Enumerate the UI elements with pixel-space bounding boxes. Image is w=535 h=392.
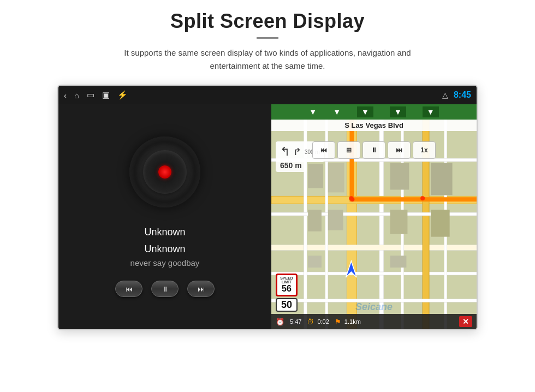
nav-distance-badge: 650 m xyxy=(276,159,306,172)
music-next-button[interactable]: ⏭ xyxy=(187,281,215,297)
map-svg xyxy=(271,104,477,329)
music-song: never say goodbay xyxy=(130,258,200,268)
status-bar-right: △ 8:45 xyxy=(442,90,471,100)
status-bar: ‹ ⌂ ▭ ▣ ⚡ △ 8:45 xyxy=(58,86,477,104)
nav-next-icon: ⏭ xyxy=(396,146,402,154)
nav-prev-icon: ⏮ xyxy=(320,146,327,154)
nav-speed-label: 1x xyxy=(420,146,427,154)
svg-point-26 xyxy=(350,197,354,201)
status-time: 8:45 xyxy=(454,90,471,100)
nav-clock-icon: ⏰ xyxy=(276,318,284,326)
svg-rect-16 xyxy=(328,163,344,192)
music-artist: Unknown xyxy=(130,241,200,258)
speed-limit-label: SPEEDLIMIT xyxy=(277,276,296,284)
nav-bottom-time: 5:47 xyxy=(288,318,304,325)
nav-close-button[interactable]: ✕ xyxy=(459,316,472,327)
svg-rect-8 xyxy=(304,104,307,329)
speed-limit-number: 56 xyxy=(277,284,296,294)
nav-prev-button[interactable]: ⏮ xyxy=(312,141,335,159)
svg-point-27 xyxy=(420,196,425,200)
nav-eta-icon: ⏱ xyxy=(307,318,314,326)
music-play-button[interactable]: ⏸ xyxy=(151,281,179,297)
svg-rect-14 xyxy=(271,299,477,302)
nav-panel: ▼ ▼ ▼ ▼ ▼ S Las Vegas Blvd ↰ ↱ 300 m 650… xyxy=(271,104,477,329)
nav-pause-icon: ⏸ xyxy=(371,146,377,154)
play-icon: ⏸ xyxy=(162,285,169,293)
nav-speed-button[interactable]: 1x xyxy=(413,141,436,159)
nav-bottom-dist: 1.1km xyxy=(344,318,361,325)
page-title: Split Screen Display xyxy=(170,10,365,33)
svg-rect-24 xyxy=(390,256,407,268)
back-icon[interactable]: ‹ xyxy=(64,91,67,100)
nav-arrow-4: ▼ xyxy=(390,106,406,117)
page-subtitle: It supports the same screen display of t… xyxy=(98,46,437,73)
home-icon[interactable]: ⌂ xyxy=(74,91,79,100)
album-art xyxy=(129,136,200,207)
current-speed: 50 xyxy=(276,298,298,312)
music-title: Unknown xyxy=(130,224,200,241)
nav-bottom-eta: 0:02 xyxy=(317,318,329,325)
usb-icon[interactable]: ⚡ xyxy=(117,90,128,100)
svg-rect-15 xyxy=(308,164,323,188)
svg-rect-21 xyxy=(390,210,408,234)
svg-rect-7 xyxy=(423,104,429,329)
svg-rect-18 xyxy=(431,163,453,195)
album-art-center xyxy=(158,165,171,179)
notification-icon: △ xyxy=(442,91,448,99)
svg-rect-9 xyxy=(325,104,328,329)
nav-street-name: S Las Vegas Blvd xyxy=(271,120,477,131)
nav-arrow-2: ▼ xyxy=(333,108,341,116)
next-icon: ⏭ xyxy=(198,285,205,293)
nav-top-bar: ▼ ▼ ▼ ▼ ▼ xyxy=(271,104,477,120)
nav-flag-icon: ⚑ xyxy=(335,318,341,326)
nav-arrow-3: ▼ xyxy=(357,106,373,117)
nav-bottom-bar: ⏰ 5:47 ⏱ 0:02 ⚑ 1.1km ✕ xyxy=(271,314,477,329)
nav-playback-controls: ⏮ ⊞ ⏸ ⏭ 1x xyxy=(271,141,477,159)
nav-arrow-1: ▼ xyxy=(309,108,317,116)
nav-arrow-5: ▼ xyxy=(423,106,439,117)
svg-rect-23 xyxy=(308,256,322,268)
svg-rect-20 xyxy=(328,210,343,230)
speed-limit-sign: SPEEDLIMIT 56 xyxy=(276,274,298,296)
album-art-inner xyxy=(143,150,187,194)
title-divider xyxy=(257,37,278,39)
music-panel: Unknown Unknown never say goodbay ⏮ ⏸ ⏭ xyxy=(58,104,271,329)
svg-rect-22 xyxy=(431,210,450,237)
split-content: Unknown Unknown never say goodbay ⏮ ⏸ ⏭ xyxy=(58,104,477,329)
device-screen: ‹ ⌂ ▭ ▣ ⚡ △ 8:45 Unknown xyxy=(57,85,478,330)
svg-rect-3 xyxy=(379,104,384,329)
nav-next-button[interactable]: ⏭ xyxy=(388,141,411,159)
nav-grid-button[interactable]: ⊞ xyxy=(337,141,360,159)
prev-icon: ⏮ xyxy=(126,285,133,293)
recent-icon[interactable]: ▭ xyxy=(87,90,94,100)
music-info: Unknown Unknown never say goodbay xyxy=(130,224,200,268)
svg-rect-17 xyxy=(390,163,409,190)
music-controls: ⏮ ⏸ ⏭ xyxy=(115,281,215,297)
nav-grid-icon: ⊞ xyxy=(346,146,352,154)
nav-pause-button[interactable]: ⏸ xyxy=(362,141,385,159)
music-prev-button[interactable]: ⏮ xyxy=(115,281,142,297)
gallery-icon[interactable]: ▣ xyxy=(102,90,110,100)
status-bar-left: ‹ ⌂ ▭ ▣ ⚡ xyxy=(64,90,128,100)
svg-rect-19 xyxy=(308,210,322,231)
